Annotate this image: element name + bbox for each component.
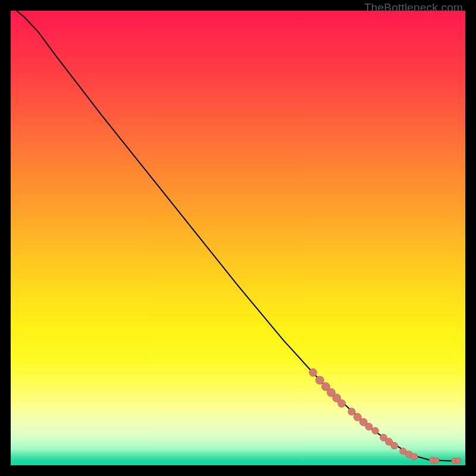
data-dots	[309, 369, 461, 464]
chart-frame: TheBottleneck.com	[0, 0, 476, 476]
chart-svg	[11, 11, 465, 465]
data-dot	[372, 427, 379, 434]
data-dot	[348, 408, 355, 415]
data-dot	[365, 423, 372, 430]
plot-area	[11, 11, 465, 465]
watermark-text: TheBottleneck.com	[364, 1, 463, 14]
data-dot	[411, 453, 418, 460]
data-dot	[338, 400, 346, 408]
data-dot	[316, 376, 324, 384]
curve-path	[17, 11, 459, 461]
data-dot	[309, 369, 317, 377]
data-dot	[455, 458, 461, 464]
bottleneck-curve	[17, 11, 459, 461]
data-dot	[433, 458, 439, 464]
data-dot	[391, 442, 398, 449]
